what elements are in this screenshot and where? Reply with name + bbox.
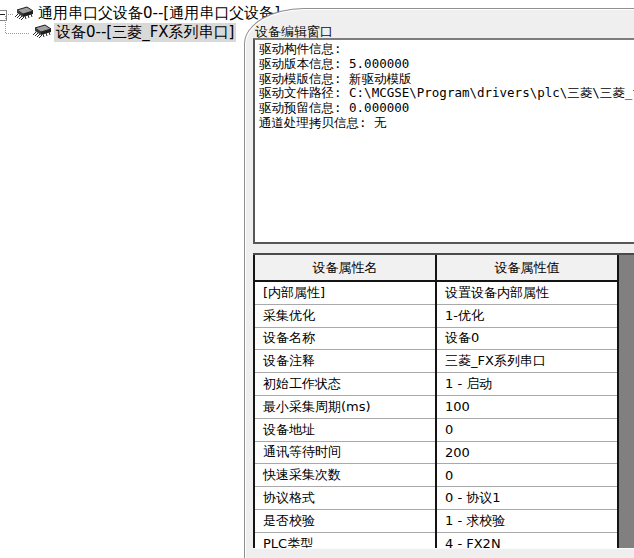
property-table: 设备属性名 设备属性值 [内部属性] 设置设备内部属性 采集优化 1-优化 xyxy=(253,255,619,548)
property-name-cell: 通讯等待时间 xyxy=(254,441,436,464)
tree-connector-line xyxy=(5,16,6,33)
property-row[interactable]: 设备名称 设备0 xyxy=(254,327,618,350)
property-name-cell: 初始工作状态 xyxy=(254,373,436,396)
driver-info-line: 驱动版本信息: 5.000000 xyxy=(259,57,634,72)
tree-item-device0-selected[interactable]: 设备0--[三菱_FX系列串口] xyxy=(54,23,236,42)
property-value-cell[interactable]: 4 - FX2N xyxy=(436,532,618,548)
driver-info-box: 驱动构件信息: 驱动版本信息: 5.000000 驱动模版信息: 新驱动模版 驱… xyxy=(253,38,634,244)
property-name-cell: [内部属性] xyxy=(254,281,436,304)
property-row[interactable]: 通讯等待时间 200 xyxy=(254,441,618,464)
device-edit-window: 设备编辑窗口 驱动构件信息: 驱动版本信息: 5.000000 驱动模版信息: … xyxy=(244,8,634,558)
property-value-cell[interactable]: 0 - 协议1 xyxy=(436,487,618,510)
property-row[interactable]: 设备注释 三菱_FX系列串口 xyxy=(254,350,618,373)
property-row[interactable]: 采集优化 1-优化 xyxy=(254,304,618,327)
driver-info-line: 驱动预留信息: 0.000000 xyxy=(259,101,634,116)
property-row[interactable]: [内部属性] 设置设备内部属性 xyxy=(254,281,618,304)
property-table-header-row: 设备属性名 设备属性值 xyxy=(254,255,618,281)
driver-info-line: 驱动文件路径: C:\MCGSE\Program\drivers\plc\三菱\… xyxy=(259,86,634,101)
column-header-property-name: 设备属性名 xyxy=(254,255,436,281)
property-value-cell[interactable]: 200 xyxy=(436,441,618,464)
tree-connector-line xyxy=(6,33,29,34)
driver-info-line: 驱动模版信息: 新驱动模版 xyxy=(259,72,634,87)
chip-icon xyxy=(30,24,53,39)
property-row[interactable]: 是否校验 1 - 求校验 xyxy=(254,509,618,532)
property-name-cell: 快速采集次数 xyxy=(254,464,436,487)
property-value-cell[interactable]: 100 xyxy=(436,395,618,418)
property-value-cell[interactable]: 三菱_FX系列串口 xyxy=(436,350,618,373)
property-name-cell: 设备注释 xyxy=(254,350,436,373)
property-row[interactable]: 初始工作状态 1 - 启动 xyxy=(254,373,618,396)
property-name-cell: 设备地址 xyxy=(254,418,436,441)
property-name-cell: PLC类型 xyxy=(254,532,436,548)
column-header-property-value: 设备属性值 xyxy=(436,255,618,281)
property-row[interactable]: 设备地址 0 xyxy=(254,418,618,441)
property-value-cell[interactable]: 0 xyxy=(436,418,618,441)
chip-icon xyxy=(12,6,35,21)
property-row[interactable]: PLC类型 4 - FX2N xyxy=(254,532,618,548)
tree-item-parent-serial-device[interactable]: 通用串口父设备0--[通用串口父设备] xyxy=(38,4,280,23)
driver-info-line: 驱动构件信息: xyxy=(259,42,634,57)
property-value-cell[interactable]: 1 - 启动 xyxy=(436,373,618,396)
property-value-cell[interactable]: 1 - 求校验 xyxy=(436,509,618,532)
property-value-cell[interactable]: 设置设备内部属性 xyxy=(436,281,618,304)
property-value-cell[interactable]: 1-优化 xyxy=(436,304,618,327)
property-name-cell: 采集优化 xyxy=(254,304,436,327)
property-name-cell: 设备名称 xyxy=(254,327,436,350)
property-row[interactable]: 快速采集次数 0 xyxy=(254,464,618,487)
property-name-cell: 最小采集周期(ms) xyxy=(254,395,436,418)
property-grid-container: 设备属性名 设备属性值 [内部属性] 设置设备内部属性 采集优化 1-优化 xyxy=(253,253,634,548)
property-value-cell[interactable]: 设备0 xyxy=(436,327,618,350)
driver-info-line: 通道处理拷贝信息: 无 xyxy=(259,116,634,131)
property-row[interactable]: 最小采集周期(ms) 100 xyxy=(254,395,618,418)
property-name-cell: 协议格式 xyxy=(254,487,436,510)
property-row[interactable]: 协议格式 0 - 协议1 xyxy=(254,487,618,510)
property-value-cell[interactable]: 0 xyxy=(436,464,618,487)
property-name-cell: 是否校验 xyxy=(254,509,436,532)
